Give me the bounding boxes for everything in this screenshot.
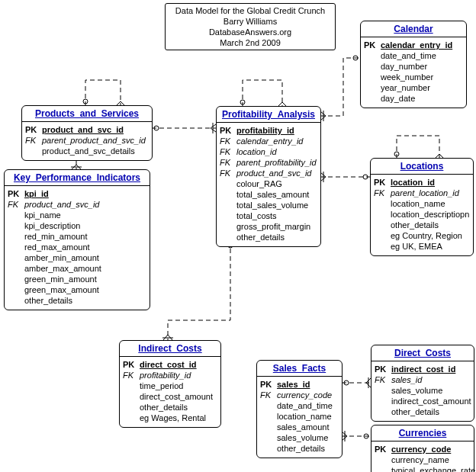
- entity-title: Currencies: [371, 425, 474, 441]
- entity-products-services: Products_and_Services PKproduct_and_svc_…: [21, 105, 153, 161]
- entity-locations: Locations PKlocation_id FKparent_locatio…: [370, 158, 474, 256]
- entity-currencies: Currencies PKcurrency_code currency_name…: [371, 425, 474, 472]
- entity-title: Direct_Costs: [371, 345, 474, 361]
- entity-title: Calendar: [361, 21, 466, 37]
- entity-sales-facts: Sales_Facts PKsales_id FKcurrency_code d…: [256, 360, 343, 458]
- entity-title: Indirect_Costs: [120, 341, 220, 357]
- entity-profitability: Profitability_Analysis PKprofitability_i…: [216, 106, 321, 247]
- entity-title: Locations: [371, 159, 473, 175]
- entity-title: Profitability_Analysis: [217, 107, 320, 123]
- entity-title: Sales_Facts: [257, 361, 342, 377]
- entity-calendar: Calendar PKcalendar_entry_id date_and_ti…: [360, 21, 467, 108]
- entity-title: Key_Performance_Indicators: [5, 170, 150, 186]
- entity-title: Products_and_Services: [22, 106, 152, 122]
- entity-indirect-costs: Indirect_Costs PKdirect_cost_id FKprofit…: [119, 340, 221, 428]
- entity-kpi: Key_Performance_Indicators PKkpi_id FKpr…: [4, 169, 150, 310]
- entity-direct-costs: Direct_Costs PKindirect_cost_id FKsales_…: [371, 345, 474, 422]
